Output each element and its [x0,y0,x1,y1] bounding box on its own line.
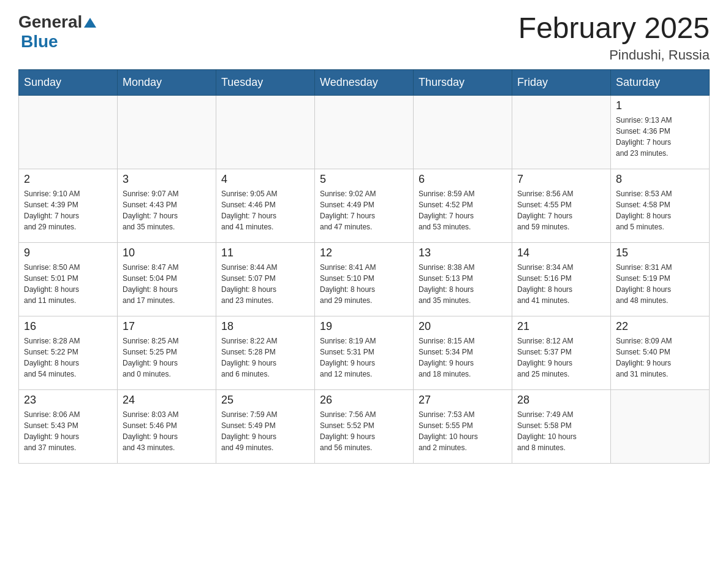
day-info: Sunrise: 8:28 AM Sunset: 5:22 PM Dayligh… [24,335,112,380]
weekday-header-wednesday: Wednesday [315,69,414,95]
day-info: Sunrise: 8:44 AM Sunset: 5:07 PM Dayligh… [221,262,309,306]
calendar-cell: 27Sunrise: 7:53 AM Sunset: 5:55 PM Dayli… [414,389,512,463]
day-info: Sunrise: 8:03 AM Sunset: 5:46 PM Dayligh… [123,409,211,453]
day-number: 19 [320,320,408,333]
day-info: Sunrise: 9:10 AM Sunset: 4:39 PM Dayligh… [24,188,112,232]
day-info: Sunrise: 8:31 AM Sunset: 5:19 PM Dayligh… [616,262,704,306]
calendar-cell [512,95,611,169]
day-number: 26 [320,394,408,407]
day-info: Sunrise: 8:56 AM Sunset: 4:55 PM Dayligh… [517,188,605,232]
calendar-cell: 18Sunrise: 8:22 AM Sunset: 5:28 PM Dayli… [216,316,315,389]
calendar-week-row: 9Sunrise: 8:50 AM Sunset: 5:01 PM Daylig… [19,242,710,316]
calendar-week-row: 16Sunrise: 8:28 AM Sunset: 5:22 PM Dayli… [19,316,710,389]
day-info: Sunrise: 8:15 AM Sunset: 5:34 PM Dayligh… [419,335,507,380]
day-number: 15 [616,247,704,259]
calendar-cell: 28Sunrise: 7:49 AM Sunset: 5:58 PM Dayli… [512,389,611,463]
day-number: 9 [24,247,112,259]
day-info: Sunrise: 8:53 AM Sunset: 4:58 PM Dayligh… [616,188,704,232]
day-number: 1 [616,99,704,112]
calendar-cell: 26Sunrise: 7:56 AM Sunset: 5:52 PM Dayli… [315,389,414,463]
calendar-cell [19,95,118,169]
calendar-cell: 21Sunrise: 8:12 AM Sunset: 5:37 PM Dayli… [512,316,611,389]
calendar-cell: 24Sunrise: 8:03 AM Sunset: 5:46 PM Dayli… [118,389,216,463]
day-info: Sunrise: 8:59 AM Sunset: 4:52 PM Dayligh… [419,188,507,232]
day-number: 12 [320,247,408,259]
calendar-cell: 10Sunrise: 8:47 AM Sunset: 5:04 PM Dayli… [118,242,216,316]
calendar-cell: 20Sunrise: 8:15 AM Sunset: 5:34 PM Dayli… [414,316,512,389]
calendar-cell: 9Sunrise: 8:50 AM Sunset: 5:01 PM Daylig… [19,242,118,316]
calendar-week-row: 23Sunrise: 8:06 AM Sunset: 5:43 PM Dayli… [19,389,710,463]
day-info: Sunrise: 7:56 AM Sunset: 5:52 PM Dayligh… [320,409,408,453]
day-info: Sunrise: 8:47 AM Sunset: 5:04 PM Dayligh… [123,262,211,306]
day-number: 11 [221,247,309,259]
day-info: Sunrise: 8:38 AM Sunset: 5:13 PM Dayligh… [419,262,507,306]
day-info: Sunrise: 8:22 AM Sunset: 5:28 PM Dayligh… [221,335,309,380]
page-header: General Blue February 2025 Pindushi, Rus… [18,12,710,63]
calendar-week-row: 2Sunrise: 9:10 AM Sunset: 4:39 PM Daylig… [19,169,710,242]
logo: General Blue [18,12,96,52]
day-info: Sunrise: 8:50 AM Sunset: 5:01 PM Dayligh… [24,262,112,306]
calendar-table: SundayMondayTuesdayWednesdayThursdayFrid… [18,69,710,464]
day-number: 7 [517,173,605,186]
day-number: 14 [517,247,605,259]
calendar-cell: 22Sunrise: 8:09 AM Sunset: 5:40 PM Dayli… [611,316,710,389]
day-info: Sunrise: 8:34 AM Sunset: 5:16 PM Dayligh… [517,262,605,306]
day-number: 6 [419,173,507,186]
day-info: Sunrise: 8:09 AM Sunset: 5:40 PM Dayligh… [616,335,704,380]
day-number: 25 [221,394,309,407]
day-number: 16 [24,320,112,333]
logo-blue-text: Blue [21,32,58,52]
day-number: 22 [616,320,704,333]
calendar-cell: 13Sunrise: 8:38 AM Sunset: 5:13 PM Dayli… [414,242,512,316]
day-info: Sunrise: 8:12 AM Sunset: 5:37 PM Dayligh… [517,335,605,380]
day-number: 28 [517,394,605,407]
day-number: 3 [123,173,211,186]
day-number: 4 [221,173,309,186]
calendar-cell: 12Sunrise: 8:41 AM Sunset: 5:10 PM Dayli… [315,242,414,316]
day-number: 10 [123,247,211,259]
calendar-cell: 1Sunrise: 9:13 AM Sunset: 4:36 PM Daylig… [611,95,710,169]
logo-triangle-icon [84,18,96,28]
day-info: Sunrise: 7:49 AM Sunset: 5:58 PM Dayligh… [517,409,605,453]
weekday-header-tuesday: Tuesday [216,69,315,95]
calendar-week-row: 1Sunrise: 9:13 AM Sunset: 4:36 PM Daylig… [19,95,710,169]
day-info: Sunrise: 8:19 AM Sunset: 5:31 PM Dayligh… [320,335,408,380]
calendar-cell: 17Sunrise: 8:25 AM Sunset: 5:25 PM Dayli… [118,316,216,389]
weekday-header-friday: Friday [512,69,611,95]
calendar-cell: 7Sunrise: 8:56 AM Sunset: 4:55 PM Daylig… [512,169,611,242]
calendar-cell: 25Sunrise: 7:59 AM Sunset: 5:49 PM Dayli… [216,389,315,463]
weekday-header-monday: Monday [118,69,216,95]
weekday-header-sunday: Sunday [19,69,118,95]
calendar-cell: 14Sunrise: 8:34 AM Sunset: 5:16 PM Dayli… [512,242,611,316]
day-info: Sunrise: 9:07 AM Sunset: 4:43 PM Dayligh… [123,188,211,232]
calendar-subtitle: Pindushi, Russia [518,47,710,63]
calendar-cell: 16Sunrise: 8:28 AM Sunset: 5:22 PM Dayli… [19,316,118,389]
calendar-cell: 19Sunrise: 8:19 AM Sunset: 5:31 PM Dayli… [315,316,414,389]
day-number: 20 [419,320,507,333]
calendar-cell: 6Sunrise: 8:59 AM Sunset: 4:52 PM Daylig… [414,169,512,242]
day-info: Sunrise: 7:53 AM Sunset: 5:55 PM Dayligh… [419,409,507,453]
calendar-cell: 5Sunrise: 9:02 AM Sunset: 4:49 PM Daylig… [315,169,414,242]
day-info: Sunrise: 9:13 AM Sunset: 4:36 PM Dayligh… [616,115,704,159]
day-info: Sunrise: 8:41 AM Sunset: 5:10 PM Dayligh… [320,262,408,306]
calendar-cell: 8Sunrise: 8:53 AM Sunset: 4:58 PM Daylig… [611,169,710,242]
calendar-cell: 15Sunrise: 8:31 AM Sunset: 5:19 PM Dayli… [611,242,710,316]
day-number: 27 [419,394,507,407]
weekday-header-saturday: Saturday [611,69,710,95]
day-info: Sunrise: 7:59 AM Sunset: 5:49 PM Dayligh… [221,409,309,453]
calendar-cell [118,95,216,169]
day-number: 24 [123,394,211,407]
calendar-title: February 2025 [518,12,710,45]
day-info: Sunrise: 8:25 AM Sunset: 5:25 PM Dayligh… [123,335,211,380]
day-number: 18 [221,320,309,333]
day-number: 17 [123,320,211,333]
day-number: 23 [24,394,112,407]
calendar-cell: 4Sunrise: 9:05 AM Sunset: 4:46 PM Daylig… [216,169,315,242]
day-info: Sunrise: 9:05 AM Sunset: 4:46 PM Dayligh… [221,188,309,232]
day-info: Sunrise: 8:06 AM Sunset: 5:43 PM Dayligh… [24,409,112,453]
day-number: 13 [419,247,507,259]
calendar-cell [414,95,512,169]
calendar-cell: 23Sunrise: 8:06 AM Sunset: 5:43 PM Dayli… [19,389,118,463]
day-number: 8 [616,173,704,186]
logo-general-text: General [18,12,82,32]
